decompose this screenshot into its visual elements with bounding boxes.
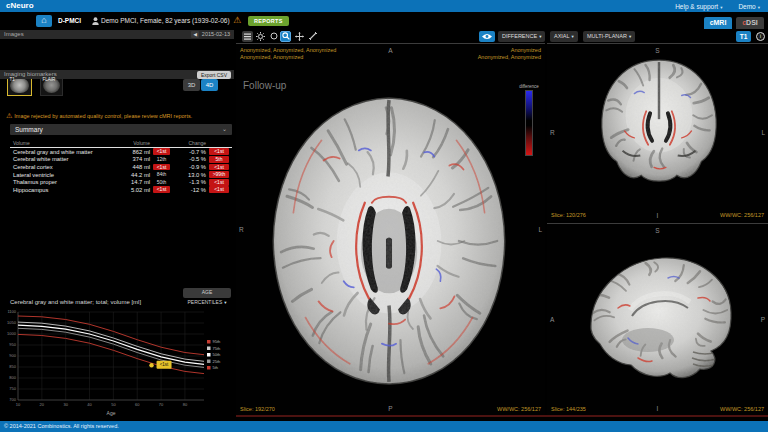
svg-text:40: 40 [87, 402, 92, 407]
change-percentile-badge: <1st [209, 179, 229, 186]
change-value: -1.3 % [173, 179, 206, 185]
magnifier-icon [282, 32, 290, 40]
settings-button[interactable] [255, 31, 266, 42]
view-4d-button[interactable]: 4D [201, 79, 218, 91]
orientation-label: S [547, 47, 768, 54]
layout-mode-dropdown[interactable]: MULTI-PLANAR▾ [583, 31, 635, 42]
chevron-down-icon: ▾ [539, 34, 541, 39]
info-icon[interactable]: i [756, 32, 765, 41]
svg-text:950: 950 [9, 342, 16, 347]
change-value: -0.5 % [173, 156, 206, 162]
qc-warning: ⚠Image rejected by automated quality con… [6, 112, 232, 120]
visibility-button[interactable] [479, 31, 495, 42]
help-support-menu[interactable]: Help & support▾ [675, 3, 722, 10]
image-viewer: DIFFERENCE▾ AXIAL▾ MULTI-PLANAR▾ T1 i An… [236, 29, 768, 418]
sequence-t1-button[interactable]: T1 [736, 31, 751, 42]
window-level-label: WW/WC: 256/127 [720, 212, 764, 218]
chevron-down-icon: ▾ [720, 5, 722, 10]
growth-chart-svg: Cerebral gray and white matter; total; v… [0, 296, 234, 418]
change-percentile-badge: 5th [209, 156, 229, 163]
slice-label: Slice: 192/270 [240, 406, 275, 412]
orientation-label: L [538, 226, 542, 233]
orientation-label: A [550, 316, 554, 323]
top-bar: cNeuro Help & support▾ Demo▾ [0, 0, 768, 12]
images-title: Images [0, 31, 24, 37]
layout-menu-button[interactable] [242, 31, 253, 42]
orientation-label: P [761, 316, 765, 323]
structure-name: Cerebral cortex [13, 164, 111, 170]
svg-text:5th: 5th [213, 365, 219, 370]
summary-row[interactable]: Lateral ventricle44.2 ml84th13.0 %>99th [10, 171, 232, 179]
reports-button[interactable]: REPORTS [248, 16, 289, 26]
pan-icon [295, 32, 304, 41]
volume-percentile-badge: <1st [153, 148, 170, 155]
summary-panel: Summary ⌄ Volume Volume Change Cerebral … [10, 124, 232, 194]
export-csv-button[interactable]: Export CSV [197, 71, 231, 79]
structure-name: Cerebral white matter [13, 156, 111, 162]
change-percentile-badge: >99th [209, 171, 229, 178]
study-date: 2015-02-13 [202, 30, 230, 39]
volume-value: 374 ml [114, 156, 150, 162]
tab-cdsi[interactable]: cDSI [736, 17, 764, 29]
circle-icon [270, 32, 278, 40]
home-icon: ⌂ [41, 15, 46, 25]
overlay-mode-dropdown[interactable]: DIFFERENCE▾ [498, 31, 545, 42]
svg-text:60: 60 [135, 402, 140, 407]
tab-cmri[interactable]: cMRI [704, 17, 732, 29]
slice-label: Slice: 120/276 [551, 212, 586, 218]
pan-tool-button[interactable] [294, 31, 305, 42]
structure-name: Hippocampus [13, 187, 111, 193]
svg-text:10: 10 [16, 402, 21, 407]
summary-row[interactable]: Hippocampus5.02 ml<1st-12 %<1st [10, 186, 232, 194]
coronal-brain-image [595, 54, 723, 204]
thumbnail-label: FLAIR [43, 77, 56, 82]
change-value: 13.0 % [173, 172, 206, 178]
svg-text:900: 900 [9, 353, 16, 358]
prev-date-button[interactable]: ◀ [191, 31, 198, 38]
summary-row[interactable]: Cerebral gray and white matter862 ml<1st… [10, 148, 232, 156]
volume-value: 5.02 ml [114, 187, 150, 193]
measure-tool-button[interactable] [307, 31, 318, 42]
zoom-tool-button[interactable] [280, 31, 291, 42]
app-logo: cNeuro [6, 0, 34, 12]
summary-row[interactable]: Cerebral cortex448 ml<1st-0.9 %<1st [10, 163, 232, 171]
svg-text:Age: Age [107, 410, 116, 416]
person-icon [92, 17, 99, 26]
footer-bar: © 2014-2021 Combinostics. All rights res… [0, 421, 768, 432]
colorbar-gradient [525, 90, 533, 156]
summary-header[interactable]: Summary ⌄ [10, 124, 232, 135]
volume-percentile-badge: 12th [153, 156, 170, 163]
svg-text:30: 30 [63, 402, 68, 407]
gear-icon [256, 32, 265, 41]
warning-icon: ⚠ [233, 12, 241, 29]
svg-text:Cerebral gray and white matter: Cerebral gray and white matter; total; v… [10, 299, 141, 305]
eye-icon [482, 33, 492, 40]
viewport-sagittal[interactable]: S I A P [547, 223, 768, 415]
svg-text:50th: 50th [213, 352, 221, 357]
brush-button[interactable] [268, 31, 279, 42]
summary-row[interactable]: Thalamus proper14.7 ml50th-1.3 %<1st [10, 178, 232, 186]
view-3d-button[interactable]: 3D [183, 79, 200, 91]
svg-text:850: 850 [9, 364, 16, 369]
summary-row[interactable]: Cerebral white matter374 ml12th-0.5 %5th [10, 156, 232, 164]
structure-name: Lateral ventricle [13, 172, 111, 178]
viewport-axial[interactable]: Anonymized, Anonymized, Anonymized Anony… [236, 43, 545, 415]
svg-text:80: 80 [183, 402, 188, 407]
home-button[interactable]: ⌂ [36, 15, 52, 27]
orientation-label: R [550, 129, 555, 136]
axial-brain-image [263, 90, 515, 392]
volume-percentile-badge: <1st [153, 186, 170, 193]
user-menu[interactable]: Demo▾ [738, 3, 760, 10]
svg-text:1000: 1000 [7, 331, 17, 336]
viewport-coronal[interactable]: S I R L [547, 43, 768, 221]
structure-name: Cerebral gray and white matter [13, 149, 111, 155]
patient-header: ⌂ D-PMCI Demo PMCI, Female, 82 years (19… [0, 12, 768, 29]
volume-percentile-badge: <1st [153, 164, 170, 171]
orientation-dropdown[interactable]: AXIAL▾ [550, 31, 578, 42]
chevron-down-icon: ▾ [629, 34, 631, 39]
window-level-label: WW/WC: 256/127 [720, 406, 764, 412]
warning-icon: ⚠ [6, 112, 12, 119]
summary-table-rows: Cerebral gray and white matter862 ml<1st… [10, 148, 232, 194]
orientation-label: R [239, 226, 244, 233]
change-percentile-badge: <1st [209, 186, 229, 193]
